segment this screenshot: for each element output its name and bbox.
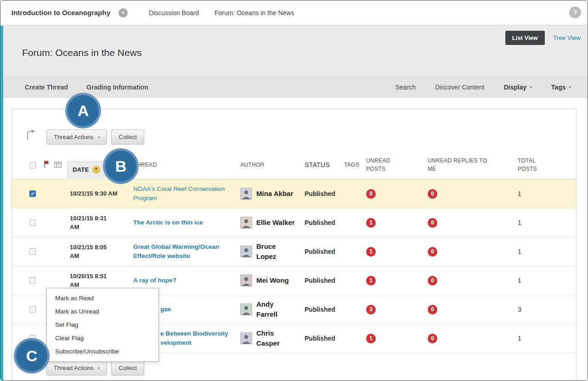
menu-item-set-flag[interactable]: Set Flag	[47, 318, 158, 331]
app-window: Introduction to Oceanography ▾ Discussio…	[0, 0, 588, 381]
menu-item-subscribe-unsubscribe[interactable]: Subscribe/Unsubscribe	[47, 345, 158, 358]
chevron-down-icon: ▾	[530, 85, 532, 90]
unread-posts-badge: 1	[366, 276, 376, 286]
unread-posts-badge: 1	[366, 247, 376, 257]
collect-button[interactable]: Collect	[111, 129, 144, 145]
help-icon[interactable]: ?	[569, 6, 581, 18]
avatar	[240, 275, 252, 286]
total-posts-value: 3	[509, 306, 576, 313]
thread-link[interactable]: NOAA's Coral Reef Conservation Program	[133, 185, 232, 203]
status-label: Published	[296, 190, 336, 197]
flag-icon[interactable]	[44, 160, 50, 170]
row-checkbox[interactable]	[29, 306, 36, 313]
menu-item-mark-as-read[interactable]: Mark as Read	[47, 291, 158, 305]
total-posts-value: 1	[509, 219, 576, 226]
total-posts-header[interactable]: TOTAL POSTS	[509, 157, 576, 173]
unread-replies-badge: 0	[428, 276, 437, 286]
thread-date: 10/21/15 9:30 AM	[63, 189, 124, 198]
unread-replies-badge: 0	[428, 305, 437, 314]
tags-label: Tags	[551, 84, 566, 91]
row-checkbox[interactable]	[29, 277, 36, 284]
menu-item-clear-flag[interactable]: Clear Flag	[47, 331, 158, 345]
thread-link[interactable]: e Between Biodiversity velopment	[160, 329, 228, 348]
unread-posts-header[interactable]: UNREAD POSTS	[357, 157, 419, 173]
unread-posts-badge: 1	[366, 334, 376, 343]
display-dropdown[interactable]: Display▾	[503, 84, 531, 91]
date-header-label: DATE	[73, 165, 89, 174]
tags-header[interactable]: TAGS	[336, 161, 357, 169]
chevron-down-icon: ▾	[98, 366, 100, 370]
tags-dropdown[interactable]: Tags▾	[551, 84, 571, 91]
course-menu-chevron-icon[interactable]: ▾	[119, 8, 128, 17]
thread-actions-label: Thread Actions	[54, 134, 94, 140]
breadcrumb-discussion-board[interactable]: Discussion Board	[149, 9, 199, 17]
unread-replies-badge: 0	[428, 218, 437, 228]
thread-date: 10/21/15 8:31 AM	[63, 214, 124, 232]
author-name: Chris Casper	[256, 328, 280, 348]
top-navigation-bar: Introduction to Oceanography ▾ Discussio…	[0, 0, 588, 25]
thread-date: 10/20/15 8:51 AM	[63, 272, 124, 290]
select-all-checkbox[interactable]	[29, 162, 36, 168]
status-label: Published	[296, 335, 336, 342]
breadcrumb-forum: Forum: Oceans in the News	[215, 9, 294, 17]
thread-actions-button[interactable]: Thread Actions▾	[46, 129, 107, 145]
status-label: Published	[296, 219, 336, 226]
thread-link[interactable]: gae	[160, 305, 171, 314]
thread-link[interactable]: A ray of hope?	[133, 276, 176, 285]
search-button[interactable]: Search	[396, 84, 416, 91]
create-thread-button[interactable]: Create Thread	[25, 84, 68, 91]
avatar	[240, 246, 252, 258]
unread-replies-header[interactable]: UNREAD REPLIES TO ME	[419, 157, 509, 173]
chevron-down-icon: ▾	[569, 85, 571, 90]
total-posts-value: 1	[509, 190, 576, 197]
author-header[interactable]: AUTHOR	[232, 161, 296, 169]
author-name: Andy Farrell	[256, 299, 277, 319]
view-toggle: List View Tree View	[505, 31, 581, 45]
action-bar-left: Create Thread Grading Information	[25, 84, 148, 91]
unread-replies-badge: 0	[428, 334, 437, 343]
avatar	[240, 332, 252, 344]
status-header[interactable]: STATUS	[296, 160, 336, 169]
thread-actions-context-menu: Mark as Read Mark as Unread Set Flag Cle…	[46, 288, 159, 362]
status-label: Published	[296, 306, 336, 313]
thread-actions-label: Thread Actions	[54, 364, 94, 371]
display-label: Display	[503, 84, 526, 91]
accent-stripe	[0, 26, 3, 381]
table-row: ✓ 10/21/15 9:30 AM NOAA's Coral Reef Con…	[12, 179, 576, 208]
annotation-a: A	[65, 93, 101, 129]
unread-replies-badge: 0	[428, 189, 437, 199]
list-view-button[interactable]: List View	[505, 31, 545, 45]
author-name: Ellie Walker	[256, 218, 295, 228]
author-name: Bruce Lopez	[256, 241, 296, 262]
avatar	[240, 217, 252, 229]
row-checkbox[interactable]	[29, 219, 36, 226]
sort-direction-icon: ▼	[92, 166, 100, 174]
author-name: Mei Wong	[256, 275, 289, 286]
branch-arrow-icon	[26, 129, 36, 142]
row-checkbox[interactable]	[29, 248, 36, 255]
thread-header[interactable]: THREAD	[124, 161, 232, 169]
total-posts-value: 1	[509, 248, 576, 255]
chevron-down-icon: ▾	[98, 135, 100, 140]
menu-item-mark-as-unread[interactable]: Mark as Unread	[47, 305, 158, 318]
tree-view-button[interactable]: Tree View	[553, 34, 581, 41]
discover-content-button[interactable]: Discover Content	[435, 84, 484, 91]
row-checkbox[interactable]: ✓	[29, 190, 36, 197]
collect-button-bottom[interactable]: Collect	[111, 360, 144, 375]
table-row: 10/21/15 8:31 AM The Arctic is on thin i…	[12, 208, 576, 237]
thread-link[interactable]: Great Global Warming/Ocean Effect/Role w…	[133, 242, 232, 261]
thread-date: 10/21/15 8:05 AM	[63, 243, 124, 261]
total-posts-value: 1	[509, 277, 576, 284]
grading-information-button[interactable]: Grading Information	[86, 84, 148, 91]
annotation-b: B	[103, 148, 139, 184]
collect-label: Collect	[119, 134, 137, 140]
columns-icon[interactable]	[54, 161, 62, 169]
status-label: Published	[296, 248, 336, 255]
thread-link[interactable]: The Arctic is on thin ice	[133, 218, 203, 227]
avatar	[240, 303, 252, 315]
date-sort-header[interactable]: DATE ▼	[67, 161, 106, 179]
avatar	[240, 188, 252, 200]
thread-actions-button-bottom[interactable]: Thread Actions▾	[46, 360, 107, 375]
action-bar-right: Search Discover Content Display▾ Tags▾	[396, 84, 571, 91]
table-header: DATE ▼ THREAD AUTHOR STATUS TAGS UNREAD …	[12, 151, 576, 179]
